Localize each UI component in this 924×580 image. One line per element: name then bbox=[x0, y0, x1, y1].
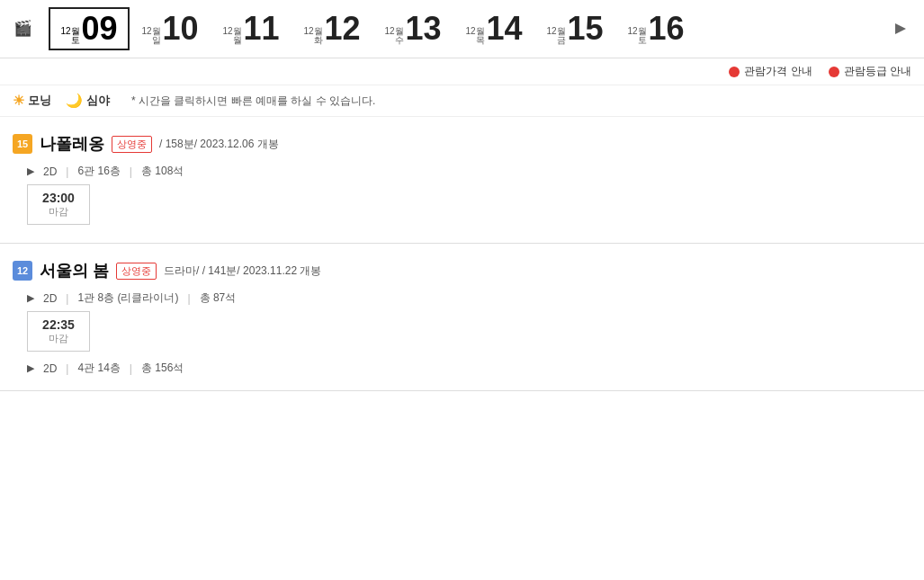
price-guide-item[interactable]: 관람가격 안내 bbox=[729, 64, 812, 79]
slot-time: 22:35 bbox=[40, 317, 76, 332]
weekday-label: 화 bbox=[314, 36, 323, 45]
weekday-label: 토 bbox=[71, 36, 80, 45]
day-info: 12월 수 bbox=[384, 27, 403, 45]
status-badge: 상영중 bbox=[112, 136, 152, 153]
movie-header: 12 서울의 봄 상영중 드라마/ / 141분/ 2023.11.22 개봉 bbox=[13, 260, 911, 281]
prev-arrow[interactable]: 🎬 bbox=[9, 9, 49, 49]
total-seats: 총 87석 bbox=[200, 290, 237, 306]
screening-row-1: ▶ 2D | 4관 14층 | 총 156석 bbox=[27, 361, 911, 376]
total-seats: 총 108석 bbox=[141, 164, 184, 179]
time-slot-0[interactable]: 22:35 마감 bbox=[27, 311, 90, 352]
date-item-09[interactable]: 12월 토 09 bbox=[49, 7, 130, 50]
price-dot bbox=[729, 67, 740, 77]
weekday-label: 월 bbox=[233, 36, 242, 45]
arrow-icon: ▶ bbox=[27, 292, 34, 304]
date-item-13[interactable]: 12월 수 13 bbox=[372, 9, 453, 49]
time-slots-0: 23:00 마감 bbox=[27, 184, 897, 225]
time-type-bar: ☀ 모닝 🌙 심야 * 시간을 클릭하시면 빠른 예매를 하실 수 있습니다. bbox=[0, 85, 924, 117]
date-list: 12월 토 09 12월 일 10 12월 월 11 12월 화 12 12월 … bbox=[49, 7, 875, 50]
date-item-11[interactable]: 12월 월 11 bbox=[211, 9, 292, 49]
night-type: 🌙 심야 bbox=[66, 93, 110, 109]
weekday-label: 목 bbox=[476, 36, 485, 45]
date-item-14[interactable]: 12월 목 14 bbox=[453, 9, 534, 49]
movie-section-seoul-spring: 12 서울의 봄 상영중 드라마/ / 141분/ 2023.11.22 개봉 … bbox=[0, 244, 924, 391]
time-slots-0: 22:35 마감 bbox=[27, 311, 897, 352]
hall-info: 6관 16층 bbox=[77, 164, 120, 179]
movies-container: 15 나폴레옹 상영중 / 158분/ 2023.12.06 개봉 ▶ 2D |… bbox=[0, 117, 924, 391]
movie-header: 15 나폴레옹 상영중 / 158분/ 2023.12.06 개봉 bbox=[13, 133, 911, 155]
day-number: 11 bbox=[244, 13, 280, 45]
hall-info: 4관 14층 bbox=[77, 361, 120, 376]
date-navigation: 🎬 12월 토 09 12월 일 10 12월 월 11 12월 화 12 12… bbox=[0, 0, 924, 58]
price-guide-label: 관람가격 안내 bbox=[744, 64, 812, 79]
day-number: 13 bbox=[406, 13, 442, 45]
morning-label: 모닝 bbox=[28, 93, 51, 109]
day-number: 10 bbox=[163, 13, 199, 45]
day-number: 12 bbox=[325, 13, 361, 45]
day-number: 15 bbox=[568, 13, 604, 45]
rating-badge: 12 bbox=[13, 261, 32, 281]
screening-row-0: ▶ 2D | 1관 8층 (리클라이너) | 총 87석 bbox=[27, 290, 911, 306]
moon-icon: 🌙 bbox=[66, 93, 83, 109]
slot-time: 23:00 bbox=[40, 191, 76, 205]
movie-meta: 드라마/ / 141분/ 2023.11.22 개봉 bbox=[164, 263, 321, 279]
rating-guide-label: 관람등급 안내 bbox=[844, 64, 911, 79]
screening-type: 2D bbox=[43, 292, 57, 305]
hall-info: 1관 8층 (리클라이너) bbox=[77, 290, 178, 306]
screening-row-0: ▶ 2D | 6관 16층 | 총 108석 bbox=[27, 164, 911, 179]
day-number: 16 bbox=[649, 13, 685, 45]
date-item-10[interactable]: 12월 일 10 bbox=[130, 9, 211, 49]
time-note: * 시간을 클릭하시면 빠른 예매를 하실 수 있습니다. bbox=[131, 94, 375, 109]
date-item-12[interactable]: 12월 화 12 bbox=[292, 9, 372, 49]
day-info: 12월 목 bbox=[465, 27, 484, 45]
day-number: 09 bbox=[82, 13, 118, 45]
screening-type: 2D bbox=[43, 165, 57, 178]
rating-dot bbox=[829, 67, 839, 77]
morning-type: ☀ 모닝 bbox=[13, 93, 51, 109]
slot-status: 마감 bbox=[40, 205, 76, 219]
weekday-label: 금 bbox=[557, 36, 566, 45]
arrow-icon: ▶ bbox=[27, 362, 34, 374]
weekday-label: 일 bbox=[152, 36, 161, 45]
movie-title: 나폴레옹 bbox=[40, 133, 104, 155]
date-item-15[interactable]: 12월 금 15 bbox=[534, 9, 615, 49]
arrow-icon: ▶ bbox=[27, 165, 34, 177]
night-label: 심야 bbox=[86, 93, 110, 109]
day-info: 12월 토 bbox=[627, 27, 646, 45]
day-info: 12월 토 bbox=[60, 27, 79, 45]
info-bar: 관람가격 안내 관람등급 안내 bbox=[0, 58, 924, 85]
day-info: 12월 일 bbox=[141, 27, 160, 45]
rating-badge: 15 bbox=[13, 134, 32, 154]
screening-type: 2D bbox=[43, 362, 57, 375]
day-number: 14 bbox=[487, 13, 523, 45]
day-info: 12월 화 bbox=[303, 27, 322, 45]
status-badge: 상영중 bbox=[116, 263, 157, 280]
weekday-label: 토 bbox=[638, 36, 647, 45]
sun-icon: ☀ bbox=[13, 93, 24, 109]
movie-meta: / 158분/ 2023.12.06 개봉 bbox=[159, 137, 279, 152]
weekday-label: 수 bbox=[395, 36, 404, 45]
day-info: 12월 월 bbox=[222, 27, 241, 45]
date-item-16[interactable]: 12월 토 16 bbox=[615, 9, 696, 49]
rating-guide-item[interactable]: 관람등급 안내 bbox=[829, 64, 911, 79]
slot-status: 마감 bbox=[40, 332, 76, 345]
movie-title: 서울의 봄 bbox=[40, 260, 109, 281]
movie-section-napoleon: 15 나폴레옹 상영중 / 158분/ 2023.12.06 개봉 ▶ 2D |… bbox=[0, 117, 924, 244]
next-arrow[interactable] bbox=[875, 9, 915, 49]
day-info: 12월 금 bbox=[546, 27, 565, 45]
total-seats: 총 156석 bbox=[141, 361, 184, 376]
time-slot-0[interactable]: 23:00 마감 bbox=[27, 184, 90, 225]
svg-marker-2 bbox=[895, 23, 906, 34]
